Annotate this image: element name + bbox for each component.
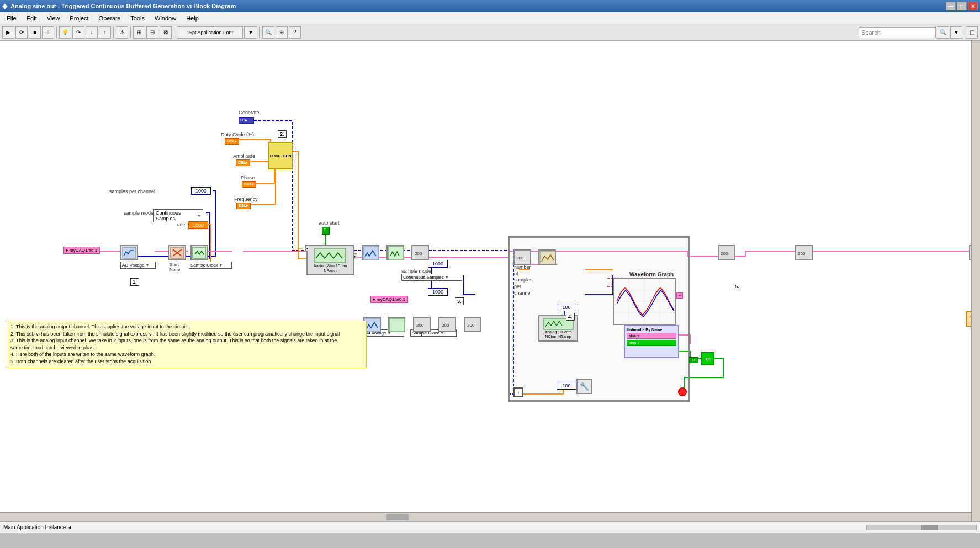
svg-text:200: 200 (467, 323, 475, 328)
num-samples-label: numberofsamplesperchannel (514, 264, 533, 296)
status-scrollbar[interactable] (866, 525, 977, 530)
resize-btn[interactable]: ⊠ (160, 26, 172, 39)
warn-btn[interactable]: ⚠ (116, 26, 128, 39)
daq-node-left1[interactable] (362, 245, 379, 260)
far-right-node2[interactable]: 200 (795, 245, 813, 260)
menu-file[interactable]: File (2, 14, 21, 23)
font-selector[interactable]: 15pt Application Font (177, 26, 243, 39)
daq-node-right2[interactable] (388, 317, 405, 332)
align-btn[interactable]: ⊞ (133, 26, 145, 39)
block-diagram-canvas: Generate U8▸ 2. FUNC. GEN Duty Cycle (%)… (0, 41, 980, 521)
auto-start-terminal[interactable]: T (322, 227, 330, 235)
samples-1000b-input[interactable]: 1000 (428, 288, 448, 296)
badge-2: 2. (278, 130, 287, 138)
ao-voltage-dropdown[interactable]: AO Voltage▼ (120, 262, 156, 269)
samples-1000-input[interactable]: 1000 (428, 260, 448, 268)
daqmx-in-left: ◂ (305, 245, 309, 251)
step-over-btn[interactable]: ↷ (72, 26, 84, 39)
mydaq-ao-ref[interactable]: ▸myDAQ1/ao:1 (63, 247, 100, 254)
phase-terminal[interactable]: DBL▸ (242, 181, 256, 188)
sample-mode-inner-label: sample mode (401, 268, 431, 274)
start-none-label: StartNone (169, 262, 180, 272)
highlight-btn[interactable]: 💡 (59, 26, 71, 39)
daq-node-right4[interactable]: 200 (438, 317, 456, 332)
sample-clock-dropdown-left[interactable]: Sample Clock▼ (189, 262, 232, 269)
daq-node-left2[interactable] (386, 245, 404, 260)
menu-help[interactable]: Help (182, 14, 203, 23)
menu-window[interactable]: Window (150, 14, 181, 23)
daq-node-right3[interactable]: 200 (413, 317, 431, 332)
frequency-terminal[interactable]: DBL▸ (236, 203, 251, 209)
pause-button[interactable]: ⏸ (42, 26, 54, 39)
sample-clock-node-left[interactable] (190, 245, 208, 260)
unbundle-node[interactable]: Unbundle By Name status stop 2 (624, 325, 679, 358)
step-out-btn[interactable]: ↑ (99, 26, 111, 39)
sample-mode-inner-dropdown[interactable]: Continuous Samples▼ (401, 274, 462, 281)
svg-text:200: 200 (721, 251, 728, 256)
search-input[interactable] (859, 27, 936, 38)
phase-label: Phase (241, 175, 255, 180)
maximize-button[interactable]: □ (957, 2, 967, 10)
minimize-button[interactable]: — (946, 2, 956, 10)
sample-mode-dropdown[interactable]: Continuous Samples▼ (153, 209, 203, 222)
search-button[interactable]: 🔍 (937, 26, 949, 39)
scrollbar-thumb[interactable] (386, 514, 409, 520)
amplitude-label: Amplitude (233, 153, 255, 159)
cleanup-btn[interactable]: ⊕ (276, 26, 288, 39)
amplitude-terminal[interactable]: DBL▸ (236, 159, 250, 166)
help-context-btn[interactable]: ? (289, 26, 301, 39)
zoom-btn[interactable]: 🔍 (262, 26, 274, 39)
waveform-graph-display[interactable] (613, 278, 676, 325)
loop-daq-node2[interactable] (538, 249, 556, 265)
waveform-graph-out[interactable]: ~ (676, 292, 683, 299)
settings-icon[interactable]: 🔧 (576, 379, 592, 394)
loop-daq-node1[interactable]: 200 (513, 249, 531, 265)
duty-cycle-terminal[interactable]: DBL▸ (225, 138, 239, 145)
note-2: 2. This sub vi has been taken from the s… (10, 331, 364, 338)
daq-node-left3[interactable]: 200 (411, 245, 429, 260)
status-arrow: ◂ (68, 524, 71, 530)
menu-project[interactable]: Project (65, 14, 93, 23)
duty-cycle-label: Duty Cycle (%) (221, 132, 254, 137)
svg-rect-10 (389, 318, 405, 332)
menu-edit[interactable]: Edit (22, 14, 41, 23)
horizontal-scrollbar[interactable] (0, 512, 971, 521)
run-button[interactable]: ▶ (2, 26, 14, 39)
ao-channel-node[interactable] (120, 245, 138, 260)
sample-mode-label: sample mode (124, 210, 153, 216)
stop2-terminal[interactable]: stop 2 (627, 340, 676, 346)
daq-node-right5[interactable]: 200 (464, 317, 481, 332)
svg-text:200: 200 (798, 251, 806, 256)
num-100b-input[interactable]: 100 (557, 382, 576, 390)
search-options-button[interactable]: ▼ (950, 26, 962, 39)
status-scrollbar-thumb[interactable] (921, 525, 938, 530)
step-into-btn[interactable]: ↓ (86, 26, 98, 39)
mydaq-ai-ref[interactable]: ▸myDAQ1/ai0:1 (370, 296, 408, 303)
func-gen-node[interactable]: FUNC. GEN (268, 142, 293, 169)
font-size-btn[interactable]: ▼ (244, 26, 257, 39)
rate-input[interactable]: 1000 (188, 221, 208, 229)
vertical-scrollbar[interactable] (971, 41, 980, 521)
title-bar: ◆ Analog sine out - Triggered Continuous… (0, 0, 980, 12)
status-terminal[interactable]: status (627, 333, 676, 339)
or-gate[interactable]: Or (701, 352, 714, 365)
tf-stop-terminal[interactable]: TF (689, 357, 698, 363)
samples-per-channel-input[interactable]: 1000 (191, 187, 211, 195)
abort-button[interactable]: ■ (29, 26, 41, 39)
far-right-node1[interactable]: 200 (718, 245, 735, 260)
start-none-node[interactable] (168, 245, 186, 260)
generate-terminal[interactable]: U8▸ (239, 117, 254, 124)
badge-3: 3. (455, 297, 464, 305)
close-button[interactable]: ✕ (968, 2, 978, 10)
stop-button[interactable] (678, 387, 687, 396)
num-samples-100-input[interactable]: 100 (557, 304, 576, 311)
menu-tools[interactable]: Tools (126, 14, 149, 23)
analog-wfm-node[interactable]: Analog Wfm 1Chan NSamp (306, 245, 354, 275)
menu-operate[interactable]: Operate (94, 14, 125, 23)
notes-box: 1. This is the analog output channel. Th… (8, 321, 367, 368)
run-cont-button[interactable]: ⟳ (15, 26, 28, 39)
dist-btn[interactable]: ⊟ (146, 26, 158, 39)
panel-btn[interactable]: ◫ (966, 26, 978, 39)
menu-view[interactable]: View (43, 14, 65, 23)
sep5 (259, 27, 260, 38)
